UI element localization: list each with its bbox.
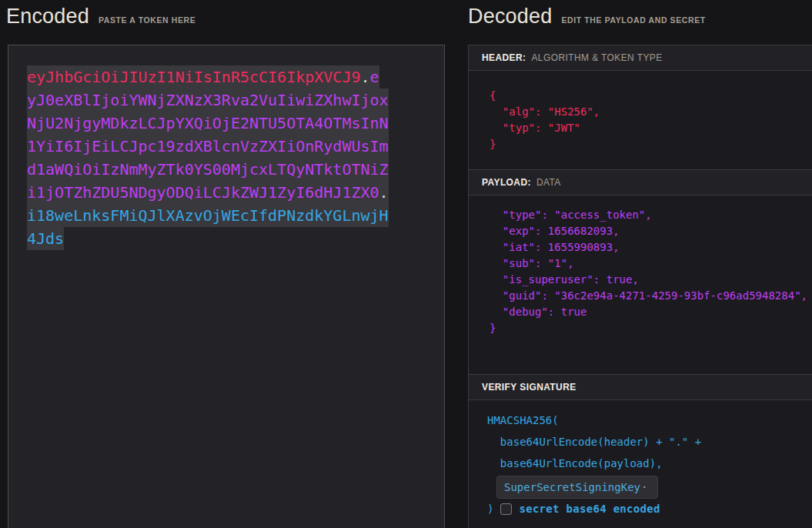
payload-section-label: PAYLOAD: [482,177,531,188]
token-header-segment: eyJhbGciOiJIUzI1NiIsInR5cCI6IkpXVCJ9 [27,65,360,89]
closing-paren: ) [487,503,493,515]
payload-json-text: "type": "access_token", "exp": 165668209… [469,195,812,336]
jwt-debugger-page: Encoded PASTE A TOKEN HERE eyJhbGciOiJIU… [0,0,812,528]
hmac-function-line: HMACSHA256( [487,409,812,431]
header-section-band: HEADER: ALGORITHM & TOKEN TYPE [469,45,812,71]
decoded-page-title: Decoded [468,5,552,28]
encoded-token-editor[interactable]: eyJhbGciOiJIUzI1NiIsInR5cCI6IkpXVCJ9.eyJ… [8,45,445,528]
encode-header-line: base64UrlEncode(header) + "." + [487,431,812,453]
secret-input-value: SuperSecretSigningKey [504,481,640,493]
decoded-title-row: Decoded EDIT THE PAYLOAD AND SECRET [468,5,706,28]
token-signature-segment: i18weLnksFMiQJlXAzvOjWEcIfdPNzdkYGLnwjH4… [27,204,389,250]
signature-close-row: ) secret base64 encoded [487,503,812,515]
secret-base64-checkbox-label[interactable]: secret base64 encoded [519,503,660,515]
payload-section-sublabel: DATA [536,177,561,188]
encoded-page-title: Encoded [6,5,89,28]
encoded-title-row: Encoded PASTE A TOKEN HERE [6,5,195,28]
payload-section-band: PAYLOAD: DATA [469,169,812,195]
encode-payload-line: base64UrlEncode(payload), [487,453,812,474]
jwt-token-text: eyJhbGciOiJIUzI1NiIsInR5cCI6IkpXVCJ9.eyJ… [27,65,389,250]
secret-input[interactable]: SuperSecretSigningKey · [496,476,658,499]
header-json-editor[interactable]: { "alg": "HS256", "typ": "JWT" } [469,71,812,169]
header-section-sublabel: ALGORITHM & TOKEN TYPE [531,52,662,63]
secret-input-cursor: · [641,481,647,493]
verify-signature-band: VERIFY SIGNATURE [469,374,812,400]
secret-base64-checkbox[interactable] [500,503,512,515]
encoded-subtitle: PASTE A TOKEN HERE [99,15,195,25]
token-separator: . [379,181,389,204]
header-section-label: HEADER: [482,52,526,63]
payload-json-editor[interactable]: "type": "access_token", "exp": 165668209… [469,195,812,374]
decoded-subtitle: EDIT THE PAYLOAD AND SECRET [561,15,705,25]
header-json-text: { "alg": "HS256", "typ": "JWT" } [469,71,812,152]
decoded-panel: HEADER: ALGORITHM & TOKEN TYPE { "alg": … [468,45,812,528]
token-separator: . [360,65,369,89]
verify-signature-label: VERIFY SIGNATURE [482,382,576,393]
verify-signature-body: HMACSHA256( base64UrlEncode(header) + ".… [469,400,812,528]
